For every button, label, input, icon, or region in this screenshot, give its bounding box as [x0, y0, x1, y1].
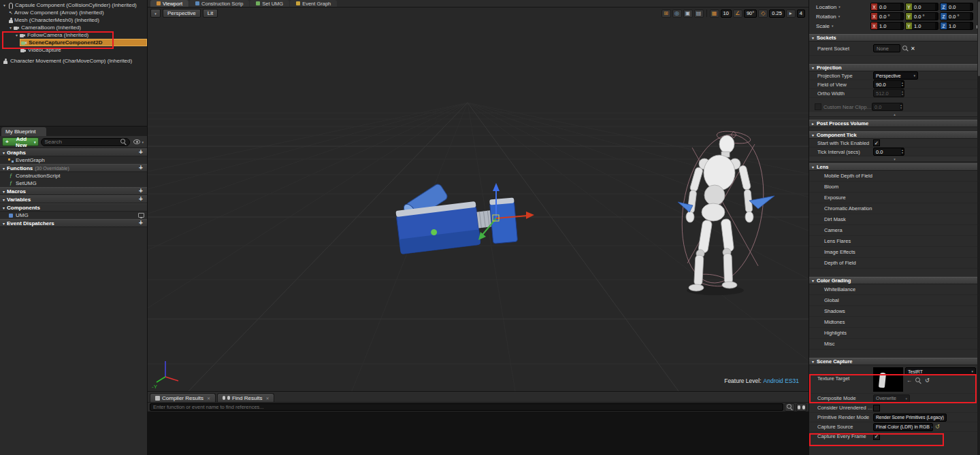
capture-source-dropdown[interactable]: Final Color (LDR) in RGB▾ [873, 423, 933, 431]
texture-target-dropdown[interactable]: TestRT▾ [905, 367, 976, 375]
show-advanced-expander[interactable]: ▾ [809, 156, 980, 162]
scene-capture-section-header[interactable]: ▾ Scene Capture [809, 358, 980, 365]
perspective-button[interactable]: Perspective [163, 9, 201, 18]
location-label[interactable]: Location▾ [816, 4, 870, 10]
lens-subcategory-row[interactable]: Bloom [809, 182, 980, 192]
eventgraph-item[interactable]: EventGraph [0, 156, 147, 164]
tab-event-graph[interactable]: Event Graph [290, 0, 337, 7]
lens-subcategory-row[interactable]: Image Effects [809, 247, 980, 258]
location-y-field[interactable]: Y0.0 [905, 3, 938, 11]
scale-z-field[interactable]: Z1.0 [940, 22, 973, 30]
primitive-render-mode-dropdown[interactable]: Render Scene Primitives (Legacy)▾ [873, 414, 947, 422]
variables-section-header[interactable]: ▾ Variables + [0, 195, 147, 203]
color-grading-section-header[interactable]: ▾ Color Grading [809, 277, 980, 284]
tree-row-mesh[interactable]: Mesh (CharacterMesh0) (Inherited) [0, 16, 147, 24]
use-selected-asset-icon[interactable]: ← [906, 378, 912, 384]
add-dispatcher-button[interactable]: + [137, 220, 144, 226]
visibility-filter-button[interactable]: ▾ [132, 139, 145, 144]
constructionscript-item[interactable]: ƒ ConstructionScript [0, 172, 147, 180]
close-icon[interactable]: ✕ [265, 396, 269, 401]
tree-row-videocapture[interactable]: VideoCapture [0, 46, 147, 54]
lens-subcategory-row[interactable]: Camera [809, 225, 980, 236]
capture-every-frame-checkbox[interactable]: ✓ [873, 433, 880, 440]
find-in-blueprints-button[interactable] [796, 403, 806, 411]
tab-compiler-results[interactable]: Compiler Results ✕ [150, 393, 216, 402]
lens-subcategory-row[interactable]: Chromatic Aberration [809, 203, 980, 214]
slider-nub[interactable] [970, 22, 973, 29]
slider-nub[interactable] [900, 22, 903, 29]
blueprint-search-input[interactable] [44, 139, 119, 145]
tab-viewport[interactable]: Viewport [150, 0, 189, 7]
lens-subcategory-row[interactable]: Depth of Field [809, 258, 980, 269]
event-dispatchers-section-header[interactable]: ▾ Event Dispatchers + [0, 219, 147, 227]
x-value[interactable]: 0.0 ° [877, 13, 900, 20]
slider-nub[interactable] [970, 3, 973, 10]
find-references-input[interactable] [150, 403, 783, 411]
scale-x-field[interactable]: X1.0 [870, 22, 904, 30]
scale-y-field[interactable]: Y1.0 [905, 22, 938, 30]
slider-nub[interactable] [935, 3, 938, 10]
start-tick-enabled-checkbox[interactable]: ✓ [873, 139, 880, 146]
umg-variable-item[interactable]: UMG [0, 212, 147, 219]
lit-mode-button[interactable]: Lit [203, 9, 218, 18]
tab-my-blueprint[interactable]: My Blueprint [1, 127, 46, 136]
slider-nub[interactable] [900, 13, 903, 20]
close-icon[interactable]: ✕ [207, 396, 210, 401]
search-socket-icon[interactable] [902, 46, 909, 52]
lens-subcategory-row[interactable]: Dirt Mask [809, 214, 980, 225]
viewport-3d-scene[interactable]: -Y ▾ Perspective Lit ⊞ ◎ ▣ ▤ ▦ 10 ∠ 90° … [148, 7, 808, 391]
tree-row-capsule-component[interactable]: ▾ Capsule Component (CollisionCylinder) … [0, 1, 147, 9]
locate-icon[interactable]: ⊞ [662, 10, 671, 18]
rotation-snap-value[interactable]: 90° [744, 10, 757, 18]
browse-to-asset-icon[interactable] [915, 377, 921, 384]
tree-row-cameraboom[interactable]: ▾ CameraBoom (Inherited) [0, 24, 147, 31]
lens-section-header[interactable]: ▾ Lens [809, 163, 980, 171]
grid-snap-icon[interactable]: ▦ [710, 10, 719, 18]
expand-arrow-icon[interactable]: ▾ [2, 3, 7, 7]
component-tick-section-header[interactable]: ▾ Component Tick [809, 131, 980, 139]
add-graph-button[interactable]: + [137, 149, 144, 156]
projection-section-header[interactable]: ▾ Projection [809, 64, 980, 71]
location-x-field[interactable]: X0.0 [870, 3, 904, 11]
consider-unrendered-checkbox[interactable] [873, 405, 880, 411]
lens-subcategory-row[interactable]: Mobile Depth of Field [809, 171, 980, 182]
camera-speed-value[interactable]: 4 [797, 10, 805, 18]
scale-snap-value[interactable]: 0.25 [769, 10, 785, 18]
tab-set-umg[interactable]: Set UMG [250, 0, 289, 7]
x-value[interactable]: 0.0 [877, 3, 900, 10]
z-value[interactable]: 0.0 ° [947, 13, 970, 20]
orbit-icon[interactable]: ◎ [672, 10, 682, 18]
spin-arrows[interactable]: ▴▾ [901, 148, 904, 155]
color-grading-subcategory-row[interactable]: Shadows [809, 306, 980, 317]
search-button[interactable] [785, 403, 795, 411]
rotation-y-field[interactable]: Y0.0 ° [905, 12, 938, 20]
reset-to-default-icon[interactable]: ↺ [925, 378, 930, 384]
expand-arrow-icon[interactable]: ▾ [8, 25, 13, 30]
z-value[interactable]: 0.0 [947, 3, 970, 10]
expand-arrow-icon[interactable]: ▾ [14, 33, 19, 37]
slider-nub[interactable] [935, 13, 938, 20]
tree-row-character-movement[interactable]: Character Movement (CharMoveComp) (Inher… [0, 57, 147, 65]
camera-speed-icon[interactable]: ▸ [786, 10, 796, 18]
hide-advanced-expander[interactable]: ▴ [809, 112, 980, 117]
viewport-options-button[interactable]: ▾ [150, 9, 161, 18]
macros-section-header[interactable]: ▾ Macros + [0, 187, 147, 195]
color-grading-subcategory-row[interactable]: Global [809, 295, 980, 306]
projection-type-dropdown[interactable]: Perspective▾ [873, 71, 918, 80]
field-of-view-input[interactable]: 90.0▴▾ [873, 80, 904, 88]
maximize-icon[interactable]: ▣ [683, 10, 693, 18]
y-value[interactable]: 0.0 [912, 3, 935, 10]
clear-socket-icon[interactable]: ✕ [911, 46, 915, 52]
rotation-z-field[interactable]: Z0.0 ° [940, 12, 973, 20]
color-grading-subcategory-row[interactable]: Misc [809, 339, 980, 350]
color-grading-subcategory-row[interactable]: Highlights [809, 328, 980, 339]
add-macro-button[interactable]: + [137, 188, 144, 195]
scale-snap-icon[interactable]: ◇ [758, 10, 768, 18]
add-new-button[interactable]: + Add New ▾ [2, 137, 39, 146]
setumg-item[interactable]: ƒ SetUMG [0, 180, 147, 187]
tree-row-arrow-component[interactable]: ↖ Arrow Component (Arrow) (Inherited) [0, 9, 147, 16]
rotation-snap-icon[interactable]: ∠ [733, 10, 742, 18]
grid-snap-value[interactable]: 10 [721, 10, 732, 18]
slider-nub[interactable] [970, 13, 973, 20]
y-value[interactable]: 0.0 ° [912, 13, 935, 20]
